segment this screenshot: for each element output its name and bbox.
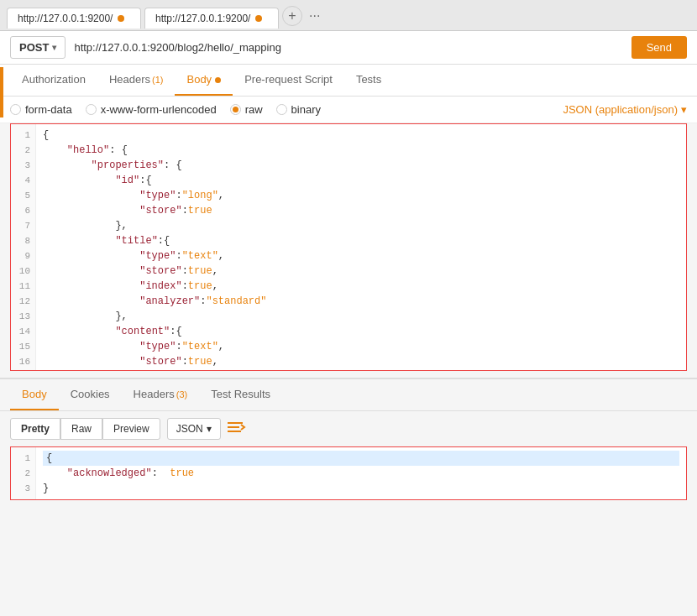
body-dot-badge <box>215 77 221 83</box>
send-button[interactable]: Send <box>631 36 687 59</box>
more-tabs-button[interactable]: ··· <box>306 5 323 27</box>
tab-body[interactable]: Body <box>175 65 233 96</box>
tab-headers[interactable]: Headers(1) <box>97 65 176 96</box>
response-code-editor: 1 2 3 { "acknowledged": true } <box>10 446 687 500</box>
tab-tests[interactable]: Tests <box>344 65 393 96</box>
url-bar: POST ▾ Send <box>0 31 697 65</box>
url-input[interactable] <box>74 41 622 54</box>
tab1-label: http://127.0.0.1:9200/ <box>18 13 113 24</box>
radio-urlencoded[interactable] <box>86 104 97 115</box>
radio-raw[interactable] <box>230 104 241 115</box>
line-numbers: 12345 678910 1112131415 1617 <box>11 124 36 370</box>
response-section: Body Cookies Headers(3) Test Results Pre… <box>0 378 697 500</box>
radio-form-data[interactable] <box>10 104 21 115</box>
body-type-form-data[interactable]: form-data <box>10 103 72 116</box>
resp-raw-button[interactable]: Raw <box>60 418 102 440</box>
tab-pre-request[interactable]: Pre-request Script <box>233 65 344 96</box>
resp-json-chevron-icon: ▾ <box>207 423 212 435</box>
resp-code-text: { "acknowledged": true } <box>36 447 686 499</box>
body-type-urlencoded[interactable]: x-www-form-urlencoded <box>86 103 217 116</box>
resp-tab-test-results[interactable]: Test Results <box>199 379 282 410</box>
request-tab-bar: Authorization Headers(1) Body Pre-reques… <box>0 65 697 97</box>
response-tab-bar: Body Cookies Headers(3) Test Results <box>0 379 697 411</box>
method-dropdown[interactable]: POST ▾ <box>10 36 66 59</box>
radio-binary[interactable] <box>276 104 287 115</box>
method-chevron-icon: ▾ <box>52 43 56 52</box>
headers-badge: (1) <box>152 75 163 85</box>
response-toolbar: Pretty Raw Preview JSON ▾ <box>0 411 697 446</box>
body-type-binary[interactable]: binary <box>276 103 321 116</box>
resp-pretty-button[interactable]: Pretty <box>10 418 60 440</box>
resp-json-dropdown[interactable]: JSON ▾ <box>167 418 221 440</box>
radio-raw-fill <box>233 107 238 112</box>
json-type-dropdown[interactable]: JSON (application/json) ▾ <box>563 103 687 116</box>
tab2-label: http://127.0.0.1:9200/ <box>155 13 250 24</box>
resp-headers-badge: (3) <box>176 389 187 399</box>
wrap-icon[interactable] <box>228 420 246 438</box>
browser-tab-bar: http://127.0.0.1:9200/ http://127.0.0.1:… <box>0 0 697 31</box>
browser-tab-2[interactable]: http://127.0.0.1:9200/ <box>144 8 279 29</box>
json-chevron-icon: ▾ <box>681 103 687 116</box>
resp-line-numbers: 1 2 3 <box>11 447 36 499</box>
resp-tab-headers[interactable]: Headers(3) <box>122 379 200 410</box>
tab2-dot <box>255 15 262 22</box>
body-type-raw[interactable]: raw <box>230 103 263 116</box>
resp-preview-button[interactable]: Preview <box>102 418 160 440</box>
browser-tab-1[interactable]: http://127.0.0.1:9200/ <box>7 8 141 29</box>
tab-authorization[interactable]: Authorization <box>10 65 97 96</box>
code-text[interactable]: { "hello": { "properties": { "id":{ "typ… <box>36 124 686 370</box>
request-code-editor[interactable]: 12345 678910 1112131415 1617 { "hello": … <box>10 123 687 371</box>
new-tab-button[interactable]: + <box>282 6 302 26</box>
method-label: POST <box>19 41 49 54</box>
resp-tab-cookies[interactable]: Cookies <box>59 379 122 410</box>
resp-tab-body[interactable]: Body <box>10 379 59 410</box>
body-type-selector: form-data x-www-form-urlencoded raw bina… <box>0 97 697 123</box>
accent-bar <box>0 67 3 117</box>
tab1-dot <box>118 15 124 22</box>
